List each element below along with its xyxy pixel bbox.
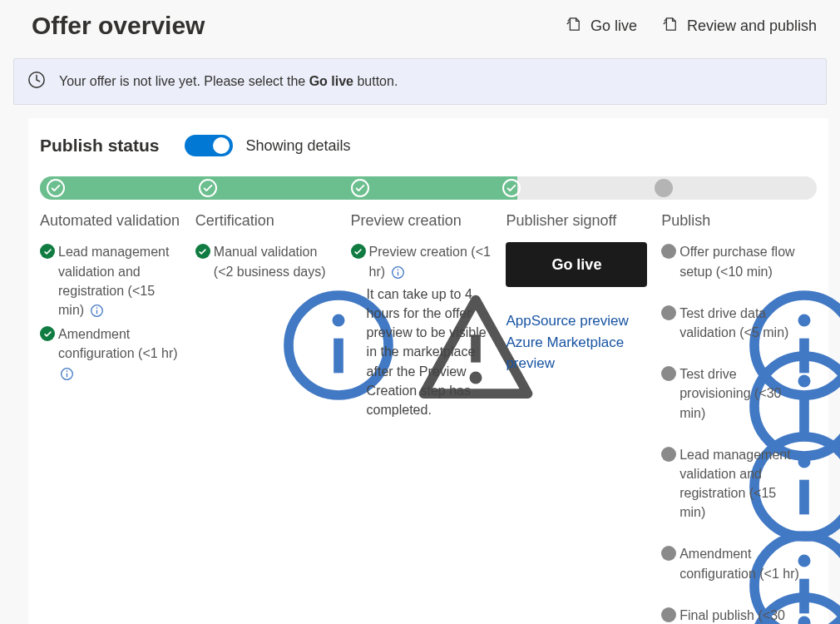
step-label: Lead management validation and registrat…: [58, 242, 184, 319]
warning-text: It can take up to 4 hours for the offer …: [367, 285, 497, 419]
notice-bar: Your offer is not live yet. Please selec…: [13, 58, 827, 105]
step-row: Amendment configuration (<1 hr): [40, 324, 185, 383]
header-actions: Go live Review and publish: [566, 16, 827, 37]
stage-marker-3: [351, 179, 369, 197]
step-row: Lead management validation and registrat…: [40, 242, 185, 319]
stage-title: Automated validation: [40, 211, 185, 230]
check-circle-icon: [40, 244, 55, 259]
stage-marker-2: [199, 179, 217, 197]
stage-title: Publisher signoff: [506, 211, 651, 230]
step-row: Lead management validation and registrat…: [661, 445, 807, 522]
check-icon: [502, 179, 521, 197]
pending-dot-icon: [661, 305, 676, 320]
stage-title: Preview creation: [351, 211, 497, 230]
review-publish-label: Review and publish: [687, 17, 817, 35]
publish-status-card: Publish status Showing details Automated…: [28, 118, 828, 624]
warning-icon: [351, 286, 365, 300]
step-row: Test drive provisioning (<30 min): [661, 364, 807, 423]
details-toggle-label: Showing details: [246, 137, 351, 155]
info-icon[interactable]: [679, 424, 694, 438]
step-row: Test drive data validation (<5 min): [661, 304, 807, 342]
step-row: Amendment configuration (<1 hr): [661, 544, 807, 582]
stage-column: Publisher signoffGo liveAppSource previe…: [506, 211, 661, 624]
pending-dot-icon: [661, 244, 676, 259]
notice-text: Your offer is not live yet. Please selec…: [59, 74, 398, 89]
check-circle-icon: [40, 326, 55, 341]
review-and-publish-button[interactable]: Review and publish: [662, 16, 817, 37]
stage-marker-4: [502, 179, 521, 197]
stage-title: Certification: [195, 211, 341, 230]
step-row: Offer purchase flow setup (<10 min): [661, 242, 807, 280]
preview-link[interactable]: AppSource preview: [506, 310, 651, 332]
stage-column: Preview creationPreview creation (<1 hr)…: [351, 211, 506, 624]
step-label: Preview creation (<1 hr): [369, 242, 495, 280]
stage-marker-5: [655, 179, 673, 197]
page-header: Offer overview Go live Review and publis…: [0, 0, 840, 55]
stage-marker-1: [47, 179, 65, 197]
step-label: Final publish (<30 min): [679, 606, 805, 624]
step-label: Amendment configuration (<1 hr): [679, 544, 805, 582]
check-icon: [199, 179, 217, 197]
stages-container: Automated validationLead management vali…: [40, 211, 817, 624]
info-icon[interactable]: [60, 367, 74, 381]
check-icon: [47, 179, 65, 197]
pending-dot-icon: [661, 366, 676, 381]
info-icon[interactable]: [679, 585, 694, 599]
document-icon: [566, 16, 581, 37]
check-circle-icon: [195, 244, 210, 259]
go-live-label: Go live: [590, 17, 637, 35]
info-icon[interactable]: [90, 304, 104, 318]
progress-bar: [40, 176, 817, 200]
page-title: Offer overview: [32, 12, 566, 40]
step-label: Offer purchase flow setup (<10 min): [679, 242, 805, 280]
publish-status-heading: Publish status: [40, 136, 160, 156]
stage-column: CertificationManual validation (<2 busin…: [195, 211, 351, 624]
step-row: Manual validation (<2 business days): [195, 242, 341, 280]
step-label: Amendment configuration (<1 hr): [58, 324, 184, 383]
step-label: Test drive provisioning (<30 min): [679, 364, 805, 423]
step-row: Final publish (<30 min): [661, 606, 807, 624]
go-live-cta-button[interactable]: Go live: [506, 242, 647, 287]
check-icon: [351, 179, 369, 197]
progress-bar-fill: [40, 176, 517, 200]
info-icon[interactable]: [391, 265, 405, 280]
check-circle-icon: [351, 244, 366, 259]
pending-dot-icon: [661, 447, 676, 462]
step-label: Test drive data validation (<5 min): [679, 304, 805, 342]
info-icon[interactable]: [679, 523, 694, 537]
pending-dot-icon: [661, 607, 676, 622]
details-toggle[interactable]: [185, 135, 233, 156]
preview-link[interactable]: Azure Marketplace preview: [506, 332, 651, 374]
stage-title: Publish: [661, 211, 807, 230]
step-row: Preview creation (<1 hr): [351, 242, 497, 280]
clock-icon: [27, 71, 46, 92]
toggle-knob: [213, 137, 230, 154]
stage-column: PublishOffer purchase flow setup (<10 mi…: [661, 211, 817, 624]
status-header-row: Publish status Showing details: [40, 135, 817, 156]
details-toggle-wrap: Showing details: [185, 135, 351, 156]
pending-dot-icon: [655, 179, 673, 197]
step-label: Lead management validation and registrat…: [679, 445, 805, 522]
stage-column: Automated validationLead management vali…: [40, 211, 195, 624]
info-icon[interactable]: [679, 283, 694, 297]
info-icon[interactable]: [214, 283, 228, 297]
go-live-button[interactable]: Go live: [566, 16, 637, 37]
warning-note: It can take up to 4 hours for the offer …: [351, 285, 497, 419]
step-label: Manual validation (<2 business days): [214, 242, 339, 280]
document-icon: [662, 16, 677, 37]
pending-dot-icon: [661, 546, 676, 561]
info-icon[interactable]: [679, 344, 694, 358]
